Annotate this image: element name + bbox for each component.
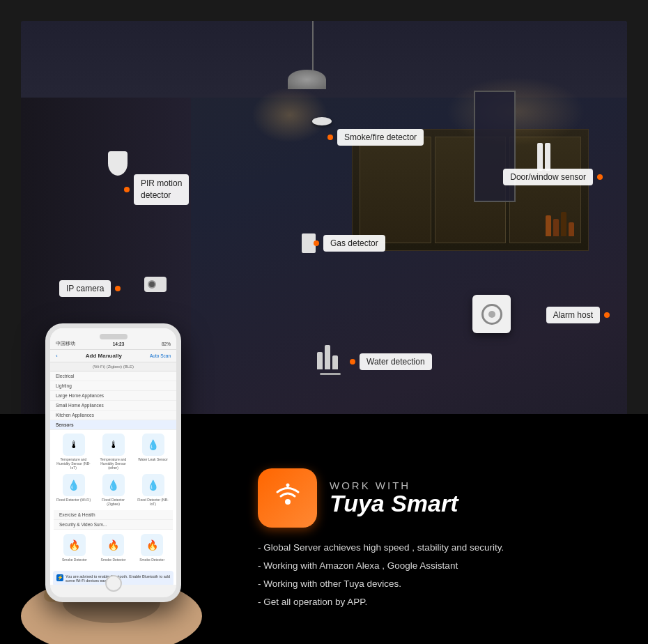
flood-label-2: Flood Detector (Zigbee) [96, 498, 131, 506]
sensor-row-1: 🌡 Temperature and Humidity Sensor (NB-Io… [54, 434, 173, 470]
pendant-shade [288, 70, 326, 89]
cabinet-door-1 [360, 137, 431, 243]
svg-point-10 [286, 483, 289, 486]
bottle-1 [546, 215, 551, 236]
flood-icon-3: 💧 [142, 474, 164, 496]
water-bar-1 [317, 352, 323, 369]
flood-label-3: Flood Detector (NB-IoT) [136, 498, 171, 506]
svg-point-8 [285, 499, 291, 505]
water-bar-2 [325, 345, 330, 369]
pir-label-line1: PIR motion [141, 178, 182, 188]
camera-body [144, 277, 167, 292]
status-time: 14:23 [113, 342, 125, 346]
phone-app-header: ‹ Add Manually Auto Scan [50, 350, 176, 362]
nav-sensors[interactable]: Sensors [50, 420, 176, 430]
tuya-logo-row: WORK WITH Tuya Smart [258, 468, 620, 528]
pir-label-line2: detector [141, 190, 171, 200]
feature-4: - Get all operation by APP. [258, 596, 620, 609]
camera-dot [115, 286, 121, 291]
smoke-item-label-2: Smoke Detector [101, 558, 126, 562]
smoke-row: 🔥 Smoke Detector 🔥 Smoke Detector 🔥 Smok… [54, 531, 173, 565]
nav-electrical[interactable]: Electrical [50, 371, 176, 381]
smoke-icon-2: 🔥 [102, 534, 124, 556]
nav-large-home[interactable]: Large Home Appliances [50, 391, 176, 401]
smoke-dot [327, 135, 333, 140]
pir-label: PIR motion detector [134, 174, 189, 205]
smoke-detector-annotation: Smoke/fire detector [327, 129, 424, 146]
status-battery: 82% [162, 342, 171, 346]
water-base [320, 373, 341, 375]
flood-item-1[interactable]: 💧 Flood Detector (Wi-Fi) [56, 474, 91, 506]
door-window-annotation: Door/window sensor [503, 169, 603, 185]
water-dot [350, 359, 355, 365]
tuya-wifi-icon [270, 481, 305, 516]
flood-row: 💧 Flood Detector (Wi-Fi) 💧 Flood Detecto… [54, 474, 173, 506]
auto-scan-tab[interactable]: Auto Scan [150, 353, 171, 358]
sensor-icon-3: 💧 [142, 434, 164, 456]
nav-exercise[interactable]: Exercise & Health [54, 510, 173, 520]
phone-home-btn[interactable] [105, 575, 122, 592]
water-label: Water detection [360, 353, 432, 370]
nav-kitchen[interactable]: Kitchen Appliances [50, 411, 176, 420]
alarm-dot [604, 312, 610, 318]
pir-dot [124, 187, 130, 192]
nav-lighting[interactable]: Lighting [50, 381, 176, 391]
smoke-item-2[interactable]: 🔥 Smoke Detector [95, 534, 130, 562]
phone-notch [100, 334, 128, 339]
bottle-4 [569, 222, 574, 236]
tuya-icon [258, 468, 317, 528]
flood-item-3[interactable]: 💧 Flood Detector (NB-IoT) [136, 474, 171, 506]
phone-nav-list: Electrical Lighting Large Home Appliance… [50, 371, 176, 430]
sensor-item-1[interactable]: 🌡 Temperature and Humidity Sensor (NB-Io… [56, 434, 91, 470]
alarm-host-circle [481, 304, 502, 325]
sensor-icon-2: 🌡 [102, 434, 125, 456]
water-bar-3 [332, 355, 338, 369]
nav-security[interactable]: Security & Video Surv... [54, 520, 173, 530]
pir-annotation: PIR motion detector [124, 174, 189, 205]
sensor-item-3[interactable]: 💧 Water Leak Sensor [136, 434, 171, 470]
water-detection-device [317, 345, 338, 369]
alarm-label: Alarm host [546, 307, 600, 323]
features-list: - Global Server achieves high speed , st… [258, 542, 620, 609]
smoke-item-label-3: Smoke Detector [139, 558, 164, 562]
sensor-grid: 🌡 Temperature and Humidity Sensor (NB-Io… [50, 430, 176, 568]
phone-content: Electrical Lighting Large Home Appliance… [50, 371, 176, 585]
feature-1: - Global Server achieves high speed , st… [258, 542, 620, 555]
smoke-item-1[interactable]: 🔥 Smoke Detector [57, 534, 92, 562]
door-label: Door/window sensor [503, 169, 593, 185]
app-header-title: Add Manually [61, 353, 147, 359]
bottom-section: 中国移动 14:23 82% ‹ Add Manually Auto Scan … [0, 414, 648, 644]
upper-cabinets [352, 129, 589, 251]
sensor-label-3: Water Leak Sensor [138, 457, 168, 461]
tuya-smart-text: Tuya Smart [330, 491, 458, 516]
alarm-host-inner [488, 311, 495, 318]
bottle-3 [561, 212, 566, 236]
flood-icon-1: 💧 [63, 474, 85, 496]
ip-camera-device [144, 277, 167, 292]
sensor-piece-2 [545, 143, 550, 171]
smoke-label: Smoke/fire detector [337, 129, 424, 146]
nav-small-home[interactable]: Small Home Appliances [50, 401, 176, 411]
status-carrier: 中国移动 [56, 341, 75, 347]
smoke-icon-3: 🔥 [141, 534, 163, 556]
pir-device [108, 151, 128, 176]
sensor-icon-1: 🌡 [63, 434, 85, 456]
sensor-label-1: Temperature and Humidity Sensor (NB-IoT) [56, 457, 91, 470]
alarm-host-device [472, 295, 511, 333]
flood-item-2[interactable]: 💧 Flood Detector (Zigbee) [96, 474, 131, 506]
back-arrow[interactable]: ‹ [56, 353, 58, 359]
camera-label: IP camera [59, 280, 111, 297]
phone-section: 中国移动 14:23 82% ‹ Add Manually Auto Scan … [21, 323, 244, 644]
sensor-label-2: Temperature and Humidity Sensor (other) [96, 457, 131, 470]
window-frame [474, 91, 516, 202]
pendant-glow [252, 87, 328, 143]
door-window-sensor-device [537, 143, 550, 171]
smoke-item-3[interactable]: 🔥 Smoke Detector [134, 534, 169, 562]
bottle-shelf [546, 212, 574, 236]
work-with-text: WORK WITH [330, 480, 458, 491]
camera-lens [148, 280, 156, 289]
door-dot [597, 174, 603, 180]
smoke-icon-1: 🔥 [63, 534, 86, 556]
phone-sub-tabs: (Wi-Fi) (Zigbee) (BLE) [50, 362, 176, 371]
sensor-item-2[interactable]: 🌡 Temperature and Humidity Sensor (other… [96, 434, 131, 470]
